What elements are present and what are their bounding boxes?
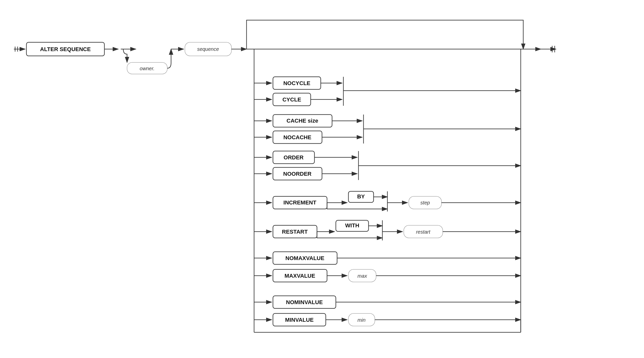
nominvalue-label: NOMINVALUE (286, 299, 323, 305)
nomaxvalue-label: NOMAXVALUE (286, 255, 325, 261)
cache-size-label: CACHE size (287, 118, 318, 124)
restart-val-label: restart (416, 229, 431, 235)
nocache-label: NOCACHE (283, 134, 311, 140)
min-label: min (357, 317, 366, 323)
step-label: step (420, 200, 430, 205)
max-label: max (357, 273, 367, 279)
alter-sequence-label: ALTER SEQUENCE (40, 46, 91, 52)
order-label: ORDER (284, 154, 304, 161)
noorder-label: NOORDER (283, 171, 312, 177)
nocycle-label: NOCYCLE (283, 80, 310, 86)
by-label: BY (357, 193, 365, 200)
minvalue-label: MINVALUE (285, 317, 313, 323)
with-label: WITH (345, 222, 359, 229)
owner-label: owner. (140, 66, 154, 71)
increment-label: INCREMENT (284, 199, 316, 206)
sequence-label: sequence (197, 46, 219, 52)
cycle-label: CYCLE (283, 96, 301, 103)
diagram-container: ALTER SEQUENCE owner. sequence NOCYCLE C… (0, 0, 644, 358)
restart-label: RESTART (282, 229, 308, 235)
maxvalue-label: MAXVALUE (285, 273, 315, 279)
